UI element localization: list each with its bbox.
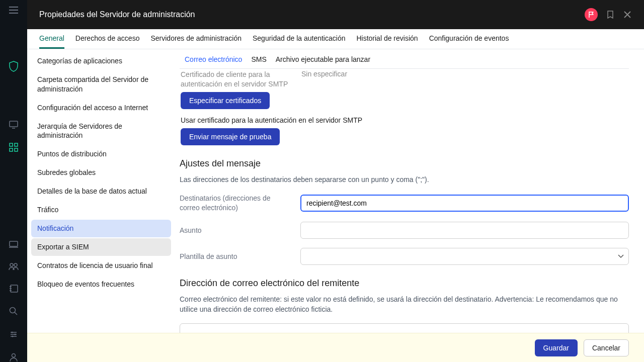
sidebar-item-export-siem[interactable]: Exportar a SIEM [31, 238, 171, 256]
subject-template-label: Plantilla de asunto [180, 252, 290, 261]
cert-section: Certificado de cliente para la autentica… [180, 70, 629, 145]
recipients-label: Destinatarios (direcciones de correo ele… [180, 194, 290, 213]
cert-value: Sin especificar [301, 70, 629, 78]
tab-admin-servers[interactable]: Servidores de administración [150, 29, 242, 49]
close-icon[interactable] [623, 10, 632, 19]
sidebar-item-db-details[interactable]: Detalles de la base de datos actual [31, 183, 171, 200]
svg-rect-5 [10, 241, 18, 246]
message-settings-heading: Ajustes del mensaje [180, 158, 629, 169]
svg-point-13 [12, 354, 16, 357]
subtab-sms[interactable]: SMS [251, 55, 266, 63]
svg-rect-4 [15, 148, 18, 151]
dialog-footer: Guardar Cancelar [27, 333, 644, 362]
svg-point-10 [12, 332, 13, 333]
message-help-text: Las direcciones de los destinatarios deb… [180, 175, 629, 185]
tab-access-rights[interactable]: Derechos de acceso [75, 29, 140, 49]
subject-input[interactable] [300, 222, 629, 239]
flag-button[interactable] [585, 8, 598, 21]
sidebar: Categorías de aplicaciones Carpeta compa… [27, 49, 176, 333]
svg-rect-1 [10, 143, 13, 146]
dialog: Propiedades del Servidor de administraci… [27, 0, 644, 362]
svg-rect-0 [10, 121, 18, 127]
cert-label: Certificado de cliente para la autentica… [181, 70, 291, 89]
subject-template-select[interactable] [300, 248, 629, 265]
sender-email-input[interactable] [180, 323, 629, 333]
device-icon[interactable] [9, 240, 19, 248]
tab-auth-security[interactable]: Seguridad de la autenticación [253, 29, 345, 49]
sidebar-item-global-subnets[interactable]: Subredes globales [31, 164, 171, 182]
subject-label: Asunto [180, 226, 290, 235]
user-icon[interactable] [9, 353, 19, 362]
svg-point-6 [10, 263, 13, 266]
send-test-message-button[interactable]: Enviar mensaje de prueba [181, 128, 280, 145]
tasks-icon[interactable] [9, 285, 19, 293]
specify-certificates-button[interactable]: Especificar certificados [181, 92, 270, 109]
users-icon[interactable] [9, 262, 19, 270]
sidebar-item-notification[interactable]: Notificación [31, 220, 171, 237]
sidebar-item-distribution-points[interactable]: Puntos de distribución [31, 145, 171, 163]
dialog-header-actions [585, 8, 632, 21]
left-app-rail [0, 0, 27, 362]
content: Correo electrónico SMS Archivo ejecutabl… [176, 49, 644, 333]
use-cert-label: Usar certificado para la autenticación e… [181, 116, 629, 124]
sidebar-item-internet-access[interactable]: Configuración del acceso a Internet [31, 99, 171, 117]
tab-revision-history[interactable]: Historial de revisión [356, 29, 418, 49]
svg-rect-2 [15, 143, 18, 146]
monitor-icon[interactable] [9, 121, 19, 129]
subtab-exec[interactable]: Archivo ejecutable para lanzar [276, 55, 370, 63]
sidebar-item-event-blocking[interactable]: Bloqueo de eventos frecuentes [31, 276, 171, 293]
sender-help-text: Correo electrónico del remitente: si est… [180, 295, 629, 314]
dialog-body: Categorías de aplicaciones Carpeta compa… [27, 49, 644, 333]
sidebar-item-shared-folder[interactable]: Carpeta compartida del Servidor de admin… [31, 71, 171, 98]
svg-rect-3 [10, 148, 13, 151]
settings-icon[interactable] [9, 330, 19, 339]
tab-event-config[interactable]: Configuración de eventos [429, 29, 509, 49]
sidebar-item-traffic[interactable]: Tráfico [31, 201, 171, 219]
save-button[interactable]: Guardar [535, 339, 578, 356]
svg-point-9 [10, 308, 16, 313]
grid-icon[interactable] [9, 143, 19, 152]
sidebar-item-app-categories[interactable]: Categorías de aplicaciones [31, 52, 171, 70]
recipients-input[interactable] [300, 195, 629, 212]
subtab-email[interactable]: Correo electrónico [185, 55, 242, 63]
dialog-header: Propiedades del Servidor de administraci… [27, 0, 644, 29]
sender-heading: Dirección de correo electrónico del remi… [180, 278, 629, 289]
bookmark-icon[interactable] [606, 10, 615, 19]
shield-icon[interactable] [9, 61, 19, 71]
cancel-button[interactable]: Cancelar [584, 339, 629, 356]
sidebar-item-server-hierarchy[interactable]: Jerarquía de Servidores de administració… [31, 118, 171, 145]
svg-point-11 [15, 334, 16, 335]
svg-rect-8 [11, 285, 18, 292]
tabs-bar: General Derechos de acceso Servidores de… [27, 29, 644, 49]
sidebar-item-eula[interactable]: Contratos de licencia de usuario final [31, 257, 171, 275]
search-icon[interactable] [9, 307, 19, 316]
menu-icon[interactable] [9, 6, 19, 14]
dialog-title: Propiedades del Servidor de administraci… [39, 10, 195, 19]
svg-point-12 [12, 336, 14, 337]
subtabs: Correo electrónico SMS Archivo ejecutabl… [180, 49, 629, 69]
tab-general[interactable]: General [39, 29, 64, 49]
svg-point-7 [14, 263, 17, 266]
